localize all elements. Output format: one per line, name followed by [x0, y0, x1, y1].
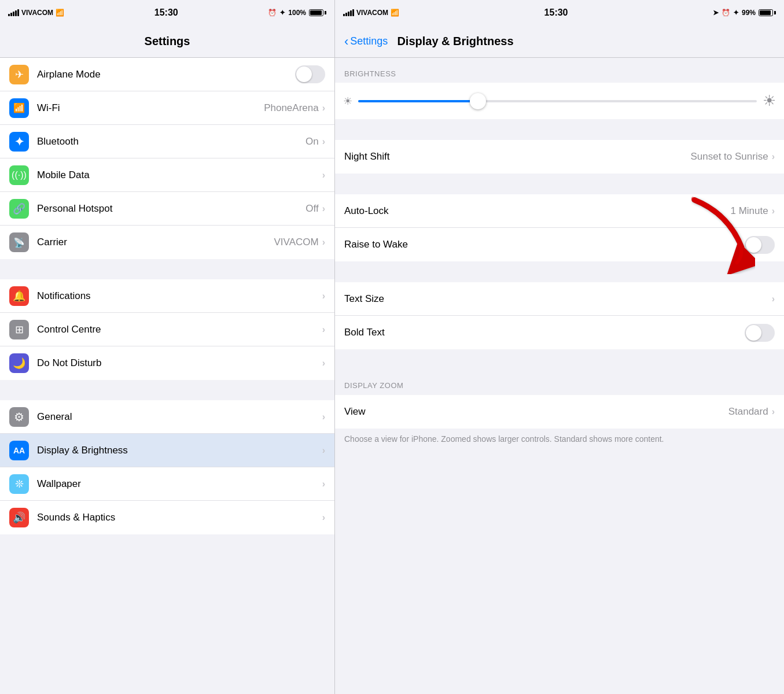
back-chevron-icon: ‹	[344, 34, 348, 49]
right-location-icon: ➤	[713, 9, 719, 17]
row-displaybrightness[interactable]: AA Display & Brightness ›	[0, 434, 334, 467]
row-wallpaper[interactable]: ❊ Wallpaper ›	[0, 467, 334, 501]
row-notifications[interactable]: 🔔 Notifications ›	[0, 279, 334, 313]
hotspot-label: Personal Hotspot	[37, 203, 305, 215]
left-time: 15:30	[154, 8, 178, 18]
row-textsize[interactable]: Text Size ›	[335, 282, 784, 316]
row-carrier[interactable]: 📡 Carrier VIVACOM ›	[0, 226, 334, 259]
brightness-section-header: BRIGHTNESS	[335, 58, 784, 83]
row-soundshaptics[interactable]: 🔊 Sounds & Haptics ›	[0, 501, 334, 534]
row-controlcentre[interactable]: ⊞ Control Centre ›	[0, 313, 334, 346]
row-autolock[interactable]: Auto-Lock 1 Minute ›	[335, 194, 784, 228]
boldtext-toggle-knob	[746, 325, 761, 341]
row-raisetowake[interactable]: Raise to Wake	[335, 228, 784, 261]
hotspot-value: Off	[305, 203, 318, 215]
left-nav-bar: Settings	[0, 25, 334, 58]
donotdisturb-icon: 🌙	[13, 357, 25, 370]
right-status-bar: VIVACOM 📶 15:30 ➤ ⏰ ✦ 99%	[335, 0, 784, 25]
bluetooth-icon: ✦	[279, 9, 285, 17]
sounds-chevron: ›	[322, 512, 325, 523]
row-bluetooth[interactable]: ✦ Bluetooth On ›	[0, 125, 334, 158]
row-nightshift[interactable]: Night Shift Sunset to Sunrise ›	[335, 140, 784, 174]
row-donotdisturb[interactable]: 🌙 Do Not Disturb ›	[0, 346, 334, 380]
left-page-title: Settings	[145, 35, 190, 48]
battery-body	[309, 9, 323, 16]
right-wifi-icon: 📶	[391, 9, 399, 17]
bar3	[13, 12, 14, 16]
right-battery-fill	[760, 10, 771, 15]
row-mobiledata[interactable]: ((·)) Mobile Data ›	[0, 158, 334, 192]
right-divider-3	[335, 261, 784, 282]
row-boldtext[interactable]: Bold Text	[335, 316, 784, 349]
nightshift-label: Night Shift	[344, 151, 690, 163]
raisetowake-toggle[interactable]	[745, 236, 775, 254]
bluetooth-icon-item: ✦	[14, 135, 24, 149]
wallpaper-icon: ❊	[15, 478, 24, 490]
section-notifications: 🔔 Notifications › ⊞ Control Centre › 🌙 D…	[0, 279, 334, 380]
notifications-icon: 🔔	[13, 290, 25, 302]
right-content: BRIGHTNESS ☀ ☀ Night Shift Sunset to Sun…	[335, 58, 784, 694]
right-bluetooth-icon: ✦	[733, 9, 739, 17]
autolock-label: Auto-Lock	[344, 205, 730, 217]
raisetowake-label: Raise to Wake	[344, 239, 745, 250]
carrier-value: VIVACOM	[274, 237, 319, 248]
general-icon-wrap: ⚙	[9, 407, 29, 427]
carrier-label: Carrier	[37, 237, 274, 248]
left-status-right: ⏰ ✦ 100%	[268, 9, 326, 17]
carrier-icon: 📡	[13, 237, 25, 248]
left-status-left: VIVACOM 📶	[8, 9, 64, 17]
left-wifi-icon: 📶	[56, 9, 64, 17]
wifi-icon: 📶	[13, 102, 25, 113]
section-displayzoom: View Standard ›	[335, 395, 784, 429]
bar4	[15, 10, 17, 16]
right-battery-pct: 99%	[742, 9, 756, 17]
display-label: Display & Brightness	[37, 445, 322, 456]
back-button[interactable]: ‹ Settings	[344, 34, 388, 49]
rbar5	[352, 9, 354, 16]
boldtext-toggle[interactable]	[745, 324, 775, 342]
row-view[interactable]: View Standard ›	[335, 395, 784, 429]
wallpaper-chevron: ›	[322, 479, 325, 489]
wifi-icon-wrap: 📶	[9, 98, 29, 118]
left-battery-pct: 100%	[288, 9, 306, 17]
airplane-toggle[interactable]	[295, 65, 325, 83]
right-signal-bars	[343, 9, 354, 16]
display-icon-wrap: AA	[9, 441, 29, 460]
general-icon: ⚙	[14, 410, 24, 424]
row-general[interactable]: ⚙ General ›	[0, 400, 334, 434]
donotdisturb-label: Do Not Disturb	[37, 357, 322, 369]
row-hotspot[interactable]: 🔗 Personal Hotspot Off ›	[0, 192, 334, 226]
boldtext-label: Bold Text	[344, 327, 745, 338]
right-time: 15:30	[544, 8, 568, 18]
battery	[309, 9, 326, 16]
airplane-icon: ✈	[15, 68, 24, 81]
brightness-slider-thumb[interactable]	[470, 93, 486, 109]
sounds-icon: 🔊	[13, 511, 25, 524]
rbar1	[343, 14, 345, 16]
section-connectivity: ✈ Airplane Mode 📶 Wi-Fi PhoneArena › ✦	[0, 58, 334, 259]
wifi-chevron: ›	[322, 103, 325, 113]
nightshift-chevron: ›	[772, 152, 775, 162]
sun-small-icon: ☀	[343, 95, 352, 108]
row-airplane[interactable]: ✈ Airplane Mode	[0, 58, 334, 91]
wallpaper-icon-wrap: ❊	[9, 474, 29, 494]
brightness-slider-track[interactable]	[358, 100, 757, 102]
hotspot-icon: 🔗	[13, 202, 25, 215]
right-page-title: Display & Brightness	[397, 35, 513, 48]
view-chevron: ›	[772, 407, 775, 417]
back-button-label: Settings	[350, 35, 388, 47]
textsize-label: Text Size	[344, 293, 772, 305]
row-wifi[interactable]: 📶 Wi-Fi PhoneArena ›	[0, 91, 334, 125]
airplane-label: Airplane Mode	[37, 69, 295, 80]
bluetooth-label: Bluetooth	[37, 136, 305, 147]
right-divider-1	[335, 119, 784, 139]
notifications-chevron: ›	[322, 291, 325, 301]
bar2	[10, 13, 12, 16]
autolock-chevron: ›	[772, 206, 775, 216]
right-battery	[759, 9, 776, 16]
bluetooth-value: On	[305, 136, 319, 147]
displayzoom-section-header: DISPLAY ZOOM	[335, 370, 784, 394]
autolock-value: 1 Minute	[730, 205, 768, 217]
general-label: General	[37, 411, 322, 423]
display-chevron: ›	[322, 445, 325, 456]
